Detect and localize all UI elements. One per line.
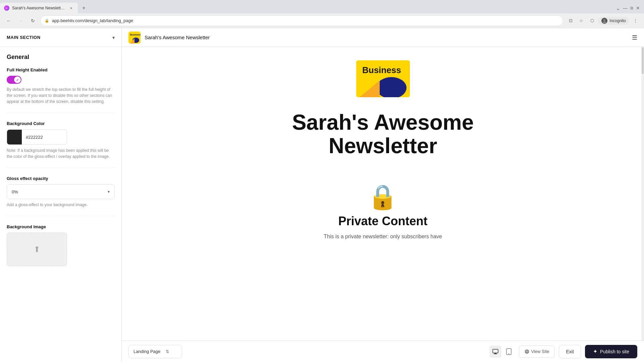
active-tab[interactable]: b Sarah's Awesome Newsletter - b... ✕ [0, 3, 78, 13]
sidebar-content: General Full Height Enabled By default w… [0, 47, 121, 362]
svg-rect-16 [493, 349, 498, 353]
publish-label: Publish to site [600, 349, 629, 354]
full-height-toggle[interactable] [7, 76, 21, 84]
general-section-title: General [7, 54, 115, 61]
bg-image-label: Background Image [7, 224, 115, 229]
page-type-value: Landing Page [133, 349, 160, 354]
desktop-device-button[interactable] [489, 346, 501, 358]
more-options-icon[interactable]: ⋮ [631, 16, 640, 25]
full-height-toggle-container [7, 76, 115, 84]
tab-favicon: b [4, 5, 9, 11]
incognito-badge[interactable]: Incognito [598, 17, 629, 25]
lock-icon: 🔒 [45, 18, 49, 23]
bookmark-icon[interactable]: ☆ [577, 16, 586, 25]
minimize-window-button[interactable]: — [623, 5, 628, 11]
newsletter-logo: Business [128, 32, 141, 44]
tab-close-button[interactable]: ✕ [68, 5, 74, 11]
back-button[interactable]: ← [4, 16, 13, 25]
newsletter-title-large: Sarah's Awesome Newsletter [292, 111, 474, 158]
exit-button[interactable]: Exit [559, 345, 581, 358]
window-controls: ⌄ — ⧉ ✕ [616, 5, 644, 11]
private-content-section: 🔒 Private Content This is a private news… [324, 178, 442, 246]
svg-point-3 [603, 19, 605, 21]
app-container: MAIN SECTION ▾ General Full Height Enabl… [0, 28, 644, 362]
full-height-description: By default we stretch the top section to… [7, 86, 115, 105]
lock-icon-large: 🔒 [368, 185, 398, 209]
preview-content: Business Sarah's Awesome Newsletter 🔒 Pr… [122, 47, 644, 341]
private-content-title: Private Content [338, 214, 427, 228]
full-height-field: Full Height Enabled By default we stretc… [7, 67, 115, 105]
bg-color-note: Note: If a background image has been app… [7, 147, 115, 160]
gloss-note: Add a gloss-effect to your background im… [7, 202, 115, 208]
browser-tab-bar: b Sarah's Awesome Newsletter - b... ✕ + … [0, 0, 644, 13]
mobile-device-button[interactable] [503, 346, 515, 358]
svg-rect-18 [494, 354, 497, 354]
scrollbar-track[interactable] [641, 47, 644, 341]
incognito-label: Incognito [609, 18, 626, 23]
page-type-chevron-icon: ⇅ [166, 349, 169, 354]
sidebar-header: MAIN SECTION ▾ [0, 28, 121, 47]
view-site-button[interactable]: View Site [519, 346, 555, 358]
address-bar[interactable]: 🔒 app.beehiiv.com/design_lab/landing_pag… [40, 15, 563, 26]
refresh-button[interactable]: ↻ [28, 16, 38, 25]
view-site-label: View Site [531, 349, 549, 354]
scrollbar-thumb[interactable] [642, 47, 644, 74]
close-button[interactable]: ✕ [636, 5, 640, 11]
bottom-bar: Landing Page ⇅ View Site Exit ✦ [122, 341, 644, 362]
divider-2 [7, 168, 115, 168]
svg-point-22 [526, 350, 528, 353]
bg-image-field: Background Image ⬆ [7, 224, 115, 266]
device-icons [489, 346, 515, 358]
color-picker[interactable]: #222222 [7, 129, 67, 145]
publish-button[interactable]: ✦ Publish to site [585, 345, 637, 358]
restore-button[interactable]: ⧉ [630, 6, 633, 10]
preview-topbar: Business Sarah's Awesome Newsletter ☰ [122, 28, 644, 47]
preview-area: Business Sarah's Awesome Newsletter ☰ Bu… [122, 28, 644, 362]
svg-point-21 [525, 350, 529, 353]
newsletter-logo-large: Business [356, 60, 410, 97]
upload-icon: ⬆ [34, 245, 40, 254]
publish-icon: ✦ [593, 348, 597, 355]
preview-menu-icon[interactable]: ☰ [632, 34, 637, 41]
bg-color-field: Background Color #222222 Note: If a back… [7, 121, 115, 160]
tab-title: Sarah's Awesome Newsletter - b... [12, 6, 66, 10]
gloss-dropdown[interactable]: 0% ▾ [7, 184, 115, 199]
svg-text:Business: Business [130, 34, 141, 36]
svg-text:Business: Business [362, 65, 401, 75]
page-type-dropdown[interactable]: Landing Page ⇅ [128, 345, 182, 358]
bg-color-label: Background Color [7, 121, 115, 126]
minimize-button[interactable]: ⌄ [616, 5, 620, 11]
bg-image-upload[interactable]: ⬆ [7, 233, 67, 266]
private-content-desc: This is a private newsletter: only subsc… [324, 234, 442, 240]
sidebar-header-title: MAIN SECTION [7, 35, 41, 40]
toggle-knob [14, 76, 21, 83]
preview-newsletter-name: Sarah's Awesome Newsletter [145, 35, 210, 40]
svg-text:b: b [6, 7, 7, 9]
full-height-label: Full Height Enabled [7, 67, 115, 72]
gloss-field: Gloss effect opacity 0% ▾ Add a gloss-ef… [7, 176, 115, 208]
toolbar-actions: ⊡ ☆ ⬡ Incognito ⋮ [566, 16, 640, 25]
svg-rect-20 [508, 354, 509, 354]
svg-rect-17 [494, 353, 496, 354]
sidebar: MAIN SECTION ▾ General Full Height Enabl… [0, 28, 122, 362]
gloss-chevron-icon: ▾ [108, 189, 110, 194]
cast-icon[interactable]: ⊡ [566, 16, 575, 25]
url-text: app.beehiiv.com/design_lab/landing_page [52, 18, 133, 23]
extension-icon[interactable]: ⬡ [587, 16, 597, 25]
divider-3 [7, 216, 115, 216]
gloss-label: Gloss effect opacity [7, 176, 115, 181]
color-value: #222222 [22, 135, 67, 140]
browser-toolbar: ← → ↻ 🔒 app.beehiiv.com/design_lab/landi… [0, 13, 644, 28]
divider-1 [7, 113, 115, 113]
incognito-icon [601, 18, 607, 24]
forward-button[interactable]: → [16, 16, 25, 25]
new-tab-button[interactable]: + [79, 3, 89, 13]
exit-label: Exit [566, 349, 574, 354]
gloss-value: 0% [12, 189, 18, 194]
sidebar-chevron-icon[interactable]: ▾ [112, 35, 115, 40]
color-swatch[interactable] [7, 130, 22, 144]
